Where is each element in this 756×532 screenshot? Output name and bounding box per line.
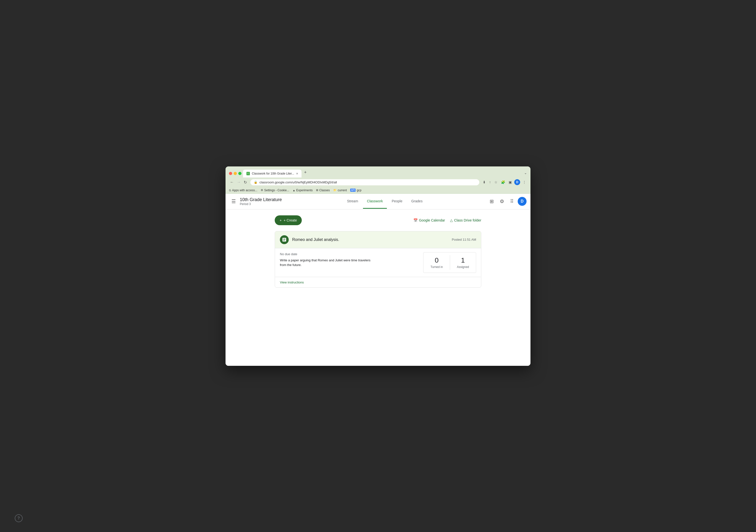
address-actions: ⬇ ↑ ☆ 🧩 ▣ D ⋮ [482, 179, 527, 185]
tab-close-button[interactable]: × [296, 172, 298, 175]
google-icon: G [229, 189, 231, 192]
assignment-description: Write a paper arguing that Romeo and Jul… [280, 258, 373, 267]
window-dropdown-button[interactable]: ⌄ [524, 171, 527, 175]
extension-icon[interactable]: 🧩 [500, 179, 506, 185]
nav-buttons: ← → ↻ [229, 179, 248, 186]
hamburger-menu-button[interactable]: ☰ [230, 197, 238, 206]
turned-in-count: 0 [430, 256, 443, 264]
create-button[interactable]: + + Create [275, 215, 302, 225]
new-tab-button[interactable]: + [302, 169, 309, 177]
assigned-label: Assigned [457, 265, 469, 269]
bookmark-settings[interactable]: ⚙ Settings - Cookie... [261, 189, 289, 192]
url-bar[interactable]: 🔒 classroom.google.com/u/0/w/NjEyMDI4ODI… [250, 179, 479, 185]
refresh-button[interactable]: ↻ [243, 179, 248, 186]
nav-tabs: Stream Classwork People Grades [282, 194, 488, 209]
tab-people[interactable]: People [388, 194, 407, 209]
class-drive-folder-link[interactable]: △ Class Drive folder [450, 218, 481, 222]
turned-in-stat[interactable]: 0 Turned in [423, 253, 449, 273]
assigned-stat[interactable]: 1 Assigned [450, 253, 476, 273]
tab-bar: C Classwork for 10th Grade Liter... × + [243, 169, 523, 177]
traffic-lights [229, 172, 241, 177]
experiments-icon: ▲ [293, 189, 295, 192]
more-options-icon[interactable]: ⋮ [522, 179, 527, 185]
nav-actions: ⊞ ⚙ ⠿ D [488, 197, 526, 206]
card-footer: View instructions [275, 277, 481, 287]
tab-stream[interactable]: Stream [343, 194, 362, 209]
grid-view-button[interactable]: ⊞ [488, 197, 496, 206]
user-avatar[interactable]: D [518, 197, 526, 206]
top-nav: ☰ 10th Grade Literature Period 3 Stream … [226, 194, 530, 209]
browser-profile-avatar[interactable]: D [514, 179, 520, 185]
api-icon: API [350, 189, 356, 192]
create-plus-icon: + [280, 218, 282, 222]
window-controls: ⌄ [524, 171, 527, 177]
bookmark-gcp[interactable]: API gcp [350, 189, 361, 192]
stats-area: 0 Turned in 1 Assigned [423, 252, 476, 273]
bookmark-label: current [338, 189, 347, 192]
bookmark-experiments[interactable]: ▲ Experiments [293, 189, 313, 192]
apps-button[interactable]: ⠿ [508, 197, 516, 206]
assignment-icon [280, 235, 289, 244]
folder-icon: 📁 [333, 189, 337, 192]
course-info: 10th Grade Literature Period 3 [240, 197, 282, 206]
tab-grades[interactable]: Grades [407, 194, 426, 209]
settings-button[interactable]: ⚙ [498, 197, 506, 206]
close-button[interactable] [229, 172, 232, 175]
app-content: ☰ 10th Grade Literature Period 3 Stream … [226, 194, 530, 366]
tab-title: Classwork for 10th Grade Liter... [252, 172, 294, 175]
bookmark-classes[interactable]: ⊞ Classes [316, 189, 330, 192]
download-icon[interactable]: ⬇ [482, 179, 487, 185]
bookmark-label: Apps with access... [232, 189, 257, 192]
share-icon[interactable]: ↑ [488, 179, 492, 185]
bookmark-label: gcp [357, 189, 361, 192]
bookmark-apps[interactable]: G Apps with access... [229, 189, 257, 192]
back-button[interactable]: ← [229, 179, 235, 185]
assignment-details: No due date Write a paper arguing that R… [280, 252, 423, 267]
drive-link-label: Class Drive folder [454, 218, 481, 222]
google-calendar-link[interactable]: 📅 Google Calendar [414, 218, 445, 222]
course-title: 10th Grade Literature [240, 197, 282, 202]
card-body: No due date Write a paper arguing that R… [275, 248, 481, 277]
main-content: + + Create 📅 Google Calendar △ Class Dri… [226, 209, 530, 294]
assignment-title: Romeo and Juliet analysis. [292, 237, 452, 242]
bookmarks-bar: G Apps with access... ⚙ Settings - Cooki… [226, 188, 530, 194]
browser-window: C Classwork for 10th Grade Liter... × + … [226, 167, 530, 366]
classes-icon: ⊞ [316, 189, 318, 192]
lock-icon: 🔒 [254, 180, 257, 184]
course-period: Period 3 [240, 202, 282, 206]
star-icon[interactable]: ☆ [493, 179, 499, 185]
create-button-label: + Create [284, 218, 297, 222]
card-header: Romeo and Juliet analysis. Posted 11:51 … [275, 231, 481, 248]
active-tab[interactable]: C Classwork for 10th Grade Liter... × [243, 170, 302, 177]
sidebar-icon[interactable]: ▣ [508, 179, 513, 185]
bookmark-current[interactable]: 📁 current [333, 189, 347, 192]
maximize-button[interactable] [238, 172, 241, 175]
url-text: classroom.google.com/u/0/w/NjEyMDI4ODIxM… [259, 180, 476, 184]
address-bar: ← → ↻ 🔒 classroom.google.com/u/0/w/NjEyM… [226, 177, 530, 188]
view-instructions-link[interactable]: View instructions [280, 280, 304, 284]
calendar-icon: 📅 [414, 218, 418, 222]
due-date: No due date [280, 252, 423, 256]
settings-icon: ⚙ [261, 189, 263, 192]
forward-button[interactable]: → [236, 179, 242, 185]
content-header: + + Create 📅 Google Calendar △ Class Dri… [275, 215, 481, 225]
calendar-link-label: Google Calendar [419, 218, 445, 222]
header-links: 📅 Google Calendar △ Class Drive folder [414, 218, 481, 222]
minimize-button[interactable] [234, 172, 237, 175]
bookmark-label: Experiments [296, 189, 313, 192]
tab-classwork[interactable]: Classwork [363, 194, 387, 209]
posted-time: Posted 11:51 AM [452, 238, 476, 241]
tab-favicon: C [246, 172, 250, 175]
drive-icon: △ [450, 218, 453, 222]
bookmark-label: Settings - Cookie... [264, 189, 289, 192]
title-bar: C Classwork for 10th Grade Liter... × + … [226, 167, 530, 177]
bookmark-label: Classes [319, 189, 330, 192]
turned-in-label: Turned in [430, 265, 443, 269]
assigned-count: 1 [457, 256, 469, 264]
assignment-card: Romeo and Juliet analysis. Posted 11:51 … [275, 231, 481, 288]
